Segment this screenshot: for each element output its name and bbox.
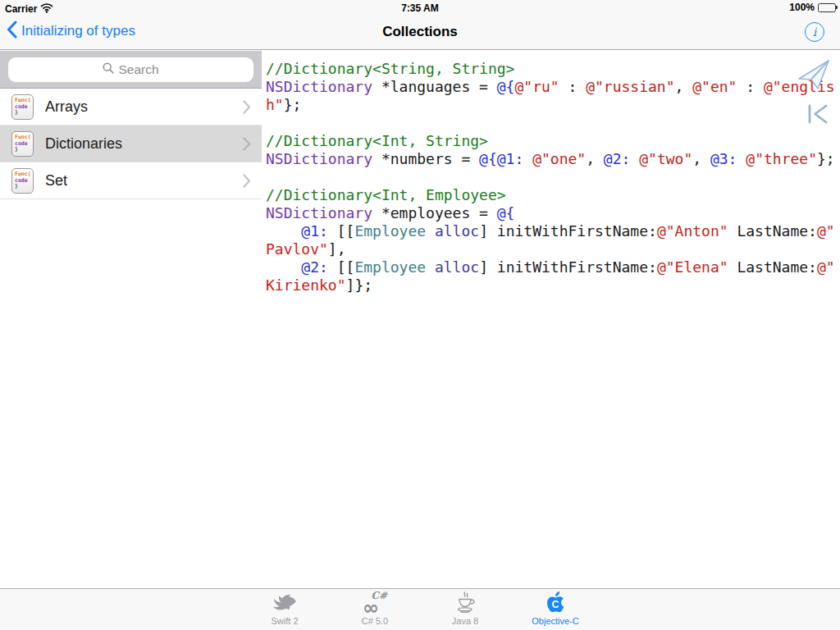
objc-icon: C: [545, 591, 566, 614]
search-bar-container: Search: [0, 51, 262, 89]
page-title: Collections: [0, 24, 840, 40]
tab-swift[interactable]: Swift 2: [240, 589, 330, 630]
chevron-right-icon: [243, 174, 251, 191]
battery-icon: [818, 3, 836, 12]
search-icon: [103, 62, 114, 77]
code-line: [266, 168, 840, 186]
tab-csharp[interactable]: C# ∞ C# 5.0: [330, 589, 420, 630]
tab-label: Objective-C: [532, 616, 578, 626]
info-button[interactable]: i: [805, 22, 824, 42]
code-line: Kirienko"]};: [266, 276, 840, 294]
sidebar: Search Func(code} Arrays Func(code} Dict…: [0, 51, 262, 630]
func-code-icon: Func(code}: [11, 168, 34, 194]
sidebar-item-label: Dictionaries: [45, 135, 122, 153]
func-code-icon: Func(code}: [11, 94, 34, 120]
tab-bar: Swift 2 C# ∞ C# 5.0 Java 8: [0, 588, 840, 630]
code-line: @2: [[Employee alloc] initWithFirstName:…: [266, 258, 840, 276]
java-icon: [454, 591, 476, 614]
nav-bar: Initializing of types Collections i: [0, 16, 840, 49]
tab-label: Java 8: [452, 616, 478, 626]
send-button[interactable]: [796, 57, 832, 96]
func-code-icon: Func(code}: [11, 131, 34, 157]
info-icon: i: [813, 26, 816, 38]
code-line: Pavlov"],: [266, 240, 840, 258]
svg-text:C: C: [552, 599, 559, 610]
tab-label: Swift 2: [271, 616, 298, 626]
csharp-icon: C# ∞: [361, 591, 389, 614]
code-line: [266, 114, 840, 132]
code-line: NSDictionary *employees = @{: [266, 204, 840, 222]
code-line: //Dictionary<String, String>: [266, 60, 840, 78]
search-placeholder: Search: [118, 62, 158, 77]
sidebar-item-dictionaries[interactable]: Func(code} Dictionaries: [0, 126, 262, 162]
clock: 7:35 AM: [0, 2, 840, 14]
code-viewer[interactable]: //Dictionary<String, String>NSDictionary…: [262, 51, 840, 588]
code-line: NSDictionary *languages = @{@"ru" : @"ru…: [266, 78, 840, 96]
status-bar: Carrier 7:35 AM 100%: [0, 0, 840, 16]
sidebar-item-set[interactable]: Func(code} Set: [0, 162, 262, 199]
code-block: //Dictionary<String, String>NSDictionary…: [262, 51, 840, 294]
sidebar-item-label: Set: [45, 172, 67, 189]
tab-objective-c[interactable]: C Objective-C: [510, 589, 600, 630]
code-line: h"};: [266, 96, 840, 114]
skip-to-start-icon: [806, 115, 830, 129]
header: Carrier 7:35 AM 100% Initializi: [0, 0, 840, 50]
code-line: //Dictionary<Int, Employee>: [266, 186, 840, 204]
search-input[interactable]: Search: [8, 57, 253, 82]
tab-java[interactable]: Java 8: [420, 589, 510, 630]
swift-icon: [272, 591, 297, 614]
battery-percent: 100%: [789, 2, 815, 13]
chevron-right-icon: [243, 100, 251, 117]
code-line: @1: [[Employee alloc] initWithFirstName:…: [266, 222, 840, 240]
code-line: //Dictionary<Int, String>: [266, 132, 840, 150]
paper-plane-icon: [796, 81, 832, 95]
chevron-right-icon: [243, 137, 251, 154]
code-line: NSDictionary *numbers = @{@1: @"one", @2…: [266, 150, 840, 168]
skip-to-start-button[interactable]: [806, 102, 830, 130]
sidebar-item-label: Arrays: [45, 98, 88, 116]
sidebar-item-arrays[interactable]: Func(code} Arrays: [0, 89, 262, 126]
